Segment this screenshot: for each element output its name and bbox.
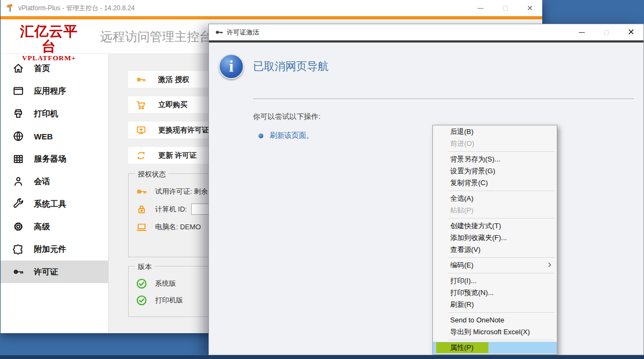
menu-item-label: 导出到 Microsoft Excel(X) <box>450 328 530 336</box>
puzzle-icon <box>12 243 24 255</box>
sidebar-item-addons[interactable]: 附加元件 <box>1 238 108 261</box>
dialog-minimize-button[interactable] <box>569 24 594 40</box>
sidebar-item-sessions[interactable]: 会话 <box>1 170 108 193</box>
refresh-icon <box>136 150 146 161</box>
page-title: 远程访问管理主控台 <box>100 29 212 45</box>
menu-separator <box>448 340 555 340</box>
cart-icon <box>136 100 146 110</box>
check-icon <box>136 294 148 306</box>
brand-logo-subtitle: VPLATFORM+ <box>17 54 81 62</box>
error-suggestion-label: 你可以尝试以下操作: <box>253 112 320 122</box>
action-label: 更新 许可证 <box>158 151 197 160</box>
main-window-title: vPlatform-Plus - 管理主控台 - 14.20.8.24 <box>18 4 135 13</box>
menu-item-send-to-onenote[interactable]: Send to OneNote <box>433 314 557 326</box>
refresh-page-link[interactable]: 刷新该页面。 <box>270 131 313 140</box>
main-titlebar: vPlatform-Plus - 管理主控台 - 14.20.8.24 ✕ <box>1 0 542 16</box>
menu-item-encoding[interactable]: 编码(E) <box>433 259 557 271</box>
printer-edition-label: 打印机版 <box>155 295 183 305</box>
laptop-icon <box>136 221 148 233</box>
trial-license-label: 试用许可证: 剩余 <box>155 187 208 196</box>
menu-item-back[interactable]: 后退(B) <box>433 126 557 138</box>
menu-item-label: 创建快捷方式(T) <box>450 222 501 230</box>
menu-separator <box>448 218 555 219</box>
sidebar-item-advanced[interactable]: 高级 <box>1 215 108 238</box>
dialog-title: 许可证激活 <box>227 28 259 37</box>
sidebar-item-web[interactable]: WEB <box>1 125 108 147</box>
menu-separator <box>448 312 555 313</box>
menu-item-paste: 粘贴(P) <box>433 205 557 216</box>
bottom-strip <box>0 355 644 359</box>
brand-logo: 汇亿云平台 VPLATFORM+ <box>17 24 81 62</box>
sidebar-item-label: 高级 <box>34 222 50 232</box>
menu-separator <box>448 151 555 152</box>
wrench-icon <box>12 198 24 210</box>
menu-item-refresh[interactable]: 刷新(R) <box>433 299 557 311</box>
menu-item-label: 添加到收藏夹(F)... <box>450 234 507 242</box>
sidebar-item-label: 会话 <box>34 177 50 187</box>
context-menu: 后退(B)前进(O)背景另存为(S)...设置为背景(G)复制背景(C)全选(A… <box>432 125 557 355</box>
error-heading: 已取消网页导航 <box>253 59 328 74</box>
key-icon <box>136 74 146 85</box>
menu-item-label: 查看源(V) <box>450 245 480 254</box>
sidebar: 首页应用程序打印机WEB服务器场会话系统工具高级附加元件许可证 <box>1 54 109 333</box>
sidebar-item-label: 应用程序 <box>34 86 66 96</box>
menu-item-save-background-as[interactable]: 背景另存为(S)... <box>433 153 557 165</box>
menu-item-export-to-excel[interactable]: 导出到 Microsoft Excel(X) <box>433 326 557 338</box>
sidebar-item-label: 许可证 <box>34 267 58 277</box>
key-icon <box>136 186 148 198</box>
menu-item-label: 背景另存为(S)... <box>450 155 500 163</box>
system-edition-label: 系统版 <box>155 279 176 288</box>
version-title: 版本 <box>135 262 155 272</box>
sidebar-item-label: 服务器场 <box>34 154 66 164</box>
menu-item-label: 后退(B) <box>450 128 473 136</box>
menu-item-label: 打印预览(N)... <box>450 288 494 297</box>
error-rule <box>253 98 634 99</box>
sidebar-item-label: 首页 <box>34 64 50 74</box>
menu-item-set-as-background[interactable]: 设置为背景(G) <box>433 165 557 177</box>
menu-item-label: 前进(O) <box>450 139 474 147</box>
monitor-plus-icon <box>136 125 146 136</box>
dialog-content: i 已取消网页导航 你可以尝试以下操作: 刷新该页面。 <box>209 43 643 355</box>
sidebar-item-system-tools[interactable]: 系统工具 <box>1 193 108 215</box>
check-icon <box>136 278 148 290</box>
menu-item-create-shortcut[interactable]: 创建快捷方式(T) <box>433 220 557 232</box>
computer-name-label: 电脑名: DEMO <box>155 222 201 232</box>
sidebar-item-license[interactable]: 许可证 <box>1 261 108 283</box>
close-button[interactable]: ✕ <box>517 0 542 16</box>
menu-item-label: Send to OneNote <box>450 316 504 324</box>
minimize-button[interactable] <box>468 0 493 16</box>
license-activation-dialog: 许可证激活 ✕ i 已取消网页导航 你可以尝试以下操作: 刷新该页面。 <box>208 24 644 355</box>
computer-id-label: 计算机 ID: <box>155 205 187 214</box>
action-label: 激活 授权 <box>158 75 190 85</box>
menu-separator <box>448 273 555 273</box>
sidebar-item-label: 附加元件 <box>34 244 66 255</box>
info-icon: i <box>219 54 244 79</box>
menu-separator <box>448 191 555 191</box>
dialog-titlebar: 许可证激活 ✕ <box>209 24 643 40</box>
menu-item-label: 全选(A) <box>450 194 473 202</box>
brand-logo-title: 汇亿云平台 <box>17 24 81 54</box>
menu-item-label: 属性(P) <box>450 343 473 351</box>
menu-item-copy-background[interactable]: 复制背景(C) <box>433 177 557 189</box>
menu-item-select-all[interactable]: 全选(A) <box>433 193 557 205</box>
sidebar-item-printers[interactable]: 打印机 <box>1 102 108 125</box>
bullet-icon <box>258 133 263 138</box>
dialog-maximize-button[interactable] <box>594 24 619 40</box>
maximize-button[interactable] <box>493 0 517 16</box>
sidebar-item-label: WEB <box>34 132 53 141</box>
menu-item-print[interactable]: 打印(I)... <box>433 275 557 287</box>
sidebar-item-server-farm[interactable]: 服务器场 <box>1 147 108 170</box>
menu-item-label: 复制背景(C) <box>450 179 488 187</box>
menu-item-properties[interactable]: 属性(P) <box>433 342 557 354</box>
menu-item-label: 粘贴(P) <box>450 206 473 214</box>
sidebar-item-applications[interactable]: 应用程序 <box>1 80 108 102</box>
gear-icon <box>12 221 24 233</box>
menu-item-print-preview[interactable]: 打印预览(N)... <box>433 287 557 299</box>
menu-separator <box>448 257 555 258</box>
menu-item-view-source[interactable]: 查看源(V) <box>433 244 557 256</box>
license-status-title: 授权状态 <box>135 170 169 179</box>
globe-icon <box>12 130 24 142</box>
dialog-close-button[interactable]: ✕ <box>619 24 643 40</box>
menu-item-add-to-favorites[interactable]: 添加到收藏夹(F)... <box>433 232 557 244</box>
home-icon <box>12 62 24 74</box>
